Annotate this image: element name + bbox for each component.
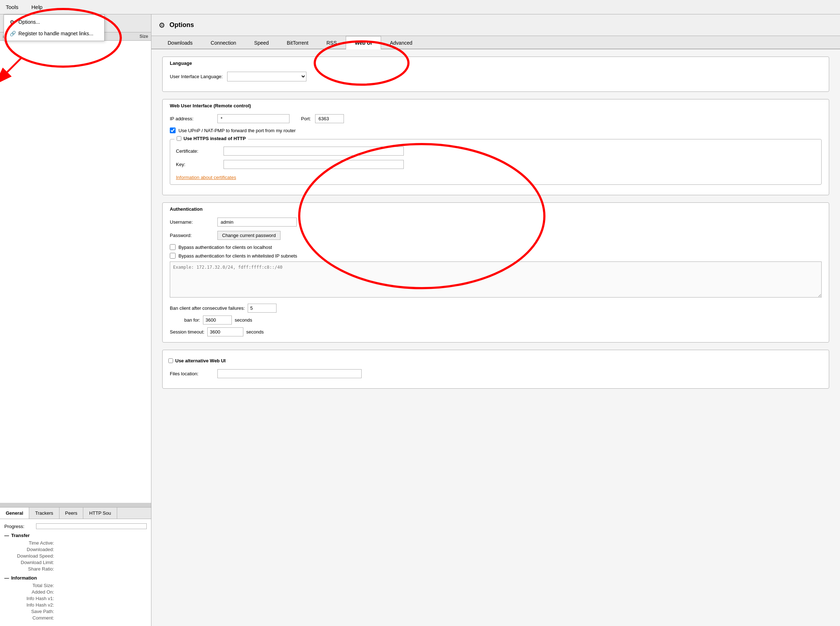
session-label: Session timeout: <box>170 329 204 335</box>
torrent-list[interactable] <box>0 41 151 503</box>
progress-bar <box>36 523 147 529</box>
horizontal-scrollbar[interactable] <box>0 503 151 507</box>
files-location-row: Files location: <box>170 369 822 378</box>
https-legend: Use HTTPS instead of HTTP <box>174 136 248 141</box>
download-speed-row: Download Speed: <box>4 553 147 559</box>
language-section-title: Language <box>167 61 195 66</box>
ban-for-row: ban for: seconds <box>170 316 822 324</box>
progress-label: Progress: <box>4 524 33 529</box>
tab-downloads[interactable]: Downloads <box>159 36 201 49</box>
auth-section: Authentication Username: Password: Chang… <box>162 202 829 343</box>
ban-label: Ban client after consecutive failures: <box>170 305 245 311</box>
alt-webui-label: Use alternative Web UI <box>175 358 226 363</box>
username-row: Username: <box>170 218 822 227</box>
information-header: Information <box>4 575 147 581</box>
alt-webui-section: Use alternative Web UI Files location: <box>162 350 829 389</box>
ban-input[interactable] <box>248 304 276 313</box>
tab-bittorrent[interactable]: BitTorrent <box>278 36 318 49</box>
port-label: Port: <box>301 116 311 121</box>
ban-for-input[interactable] <box>203 316 232 324</box>
left-panel: ⬇ ⚙ # Name Size General Trackers Peers H… <box>0 14 151 626</box>
options-tabs-bar: Downloads Connection Speed BitTorrent RS… <box>151 36 840 49</box>
language-row: User Interface Language: <box>170 72 822 81</box>
cert-label: Certificate: <box>176 149 219 154</box>
options-header: ⚙ Options <box>151 14 840 36</box>
tab-advanced[interactable]: Advanced <box>381 36 421 49</box>
tab-peers[interactable]: Peers <box>60 507 84 519</box>
auth-section-title: Authentication <box>167 207 206 212</box>
tab-webui[interactable]: Web UI <box>346 36 381 49</box>
auth-section-content: Username: Password: Change current passw… <box>163 212 829 342</box>
bypass-whitelist-label: Bypass authentication for clients in whi… <box>179 253 297 258</box>
bypass-localhost-label: Bypass authentication for clients on loc… <box>179 244 272 250</box>
upnp-checkbox[interactable] <box>170 127 176 133</box>
download-speed-label: Download Speed: <box>7 553 54 559</box>
change-password-btn[interactable]: Change current password <box>217 231 281 240</box>
cert-row: Certificate: <box>176 147 815 156</box>
https-content: Certificate: Key: Information about cert… <box>176 147 815 180</box>
info-hash-v2-row: Info Hash v2: <box>4 602 147 608</box>
info-hash-v1-label: Info Hash v1: <box>7 596 54 601</box>
alt-webui-content: Files location: <box>163 363 829 388</box>
tab-speed[interactable]: Speed <box>245 36 278 49</box>
ban-row: Ban client after consecutive failures: <box>170 304 822 313</box>
ip-label: IP address: <box>170 116 213 121</box>
progress-row: Progress: <box>4 523 147 529</box>
bypass-whitelist-row: Bypass authentication for clients in whi… <box>170 253 822 258</box>
options-content: Language User Interface Language: Web Us… <box>151 49 840 403</box>
save-path-label: Save Path: <box>7 609 54 614</box>
comment-label: Comment: <box>7 615 54 621</box>
bypass-localhost-checkbox[interactable] <box>170 244 176 250</box>
downloaded-label: Downloaded: <box>7 547 54 552</box>
menu-bar: Tools Help <box>0 0 840 14</box>
time-active-label: Time Active: <box>7 540 54 546</box>
tools-dropdown: ⚙ Options... 🔗 Register to handle magnet… <box>4 14 105 41</box>
bypass-whitelist-checkbox[interactable] <box>170 253 176 258</box>
options-menu-item[interactable]: ⚙ Options... <box>4 16 104 28</box>
files-location-input[interactable] <box>217 369 361 378</box>
options-icon: ⚙ <box>10 19 16 25</box>
col-size-header: Size <box>127 34 148 39</box>
download-limit-label: Download Limit: <box>7 560 54 565</box>
tab-trackers[interactable]: Trackers <box>29 507 59 519</box>
session-seconds-label: seconds <box>246 329 264 335</box>
ban-seconds-label: seconds <box>235 317 252 323</box>
downloaded-row: Downloaded: <box>4 547 147 552</box>
tab-rss[interactable]: RSS <box>318 36 346 49</box>
register-menu-item[interactable]: 🔗 Register to handle magnet links... <box>4 28 104 39</box>
added-on-row: Added On: <box>4 589 147 595</box>
alt-webui-legend: Use alternative Web UI <box>163 354 829 363</box>
bottom-panel: Progress: Transfer Time Active: Download… <box>0 519 151 626</box>
tab-connection[interactable]: Connection <box>201 36 245 49</box>
share-ratio-label: Share Ratio: <box>7 566 54 571</box>
session-input[interactable] <box>207 327 243 336</box>
ip-input[interactable] <box>217 114 289 123</box>
bypass-localhost-row: Bypass authentication for clients on loc… <box>170 244 822 250</box>
webui-section-content: IP address: Port: Use UPnP / NAT-PMP to … <box>163 108 829 195</box>
tab-http-sources[interactable]: HTTP Sou <box>83 507 117 519</box>
main-area: ⬇ ⚙ # Name Size General Trackers Peers H… <box>0 14 840 626</box>
username-input[interactable] <box>217 218 297 227</box>
ui-language-label: User Interface Language: <box>170 74 223 79</box>
info-hash-v1-row: Info Hash v1: <box>4 596 147 601</box>
help-menu[interactable]: Help <box>28 3 46 11</box>
total-size-label: Total Size: <box>7 583 54 588</box>
save-path-row: Save Path: <box>4 609 147 614</box>
whitelist-textarea[interactable] <box>170 261 822 297</box>
cert-info-link[interactable]: Information about certificates <box>176 175 236 180</box>
language-section-content: User Interface Language: <box>163 66 829 91</box>
webui-section: Web User Interface (Remote control) IP a… <box>162 99 829 195</box>
key-input[interactable] <box>223 160 404 169</box>
upnp-label: Use UPnP / NAT-PMP to forward the port f… <box>179 128 296 133</box>
cert-input[interactable] <box>223 147 404 156</box>
https-checkbox[interactable] <box>177 136 181 141</box>
tools-menu[interactable]: Tools <box>3 3 21 11</box>
ban-row-container: Ban client after consecutive failures: b… <box>170 304 822 336</box>
ui-language-select[interactable] <box>227 72 306 81</box>
upnp-row: Use UPnP / NAT-PMP to forward the port f… <box>170 127 822 133</box>
tab-general[interactable]: General <box>0 507 29 519</box>
comment-row: Comment: <box>4 615 147 621</box>
key-label: Key: <box>176 162 219 167</box>
port-input[interactable] <box>315 114 344 123</box>
alt-webui-checkbox[interactable] <box>168 358 173 363</box>
